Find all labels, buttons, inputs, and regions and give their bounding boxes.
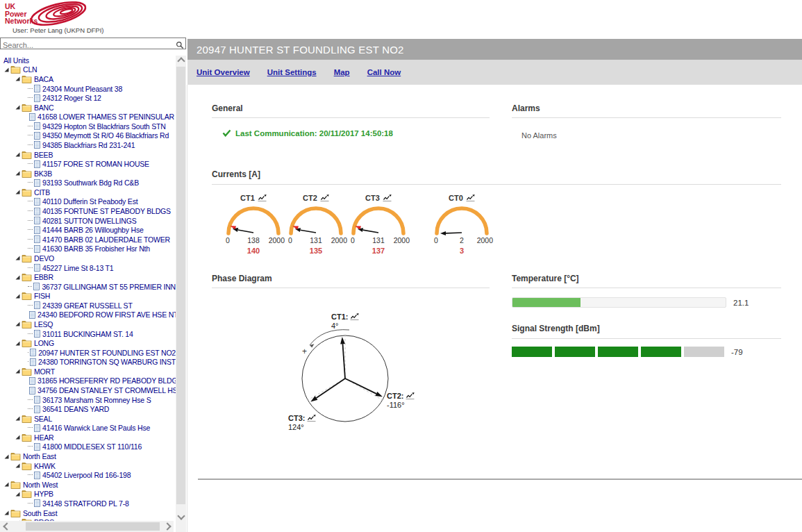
tree-expander-icon[interactable] [15, 171, 20, 176]
tree-node[interactable]: South East [0, 508, 176, 518]
tree-node[interactable]: North West [0, 480, 176, 490]
tree-node-unit[interactable]: 93193 Southwark Bdg Rd C&B [0, 178, 176, 188]
tree-node[interactable]: LONG [0, 338, 176, 348]
tree-node[interactable]: MORT [0, 367, 176, 376]
unit-document-icon [34, 217, 40, 224]
tree-node-unit[interactable]: 41157 FORE ST ROMAN HOUSE [0, 159, 176, 169]
trend-chart-icon[interactable] [320, 194, 329, 201]
scroll-down-button[interactable] [176, 510, 186, 521]
tree-node-label: South East [23, 509, 57, 517]
tab-unit-overview[interactable]: Unit Overview [197, 68, 250, 76]
tree-node[interactable]: EBBR [0, 272, 176, 282]
tree-expander-icon[interactable] [15, 463, 20, 468]
tree-node-unit[interactable]: 41470 BARB 02 LAUDERDALE TOWER [0, 235, 176, 244]
tree-node-unit[interactable]: 34148 STRATFORD PL 7-8 [0, 499, 176, 508]
tree-expander-icon[interactable] [15, 416, 20, 421]
tree-node[interactable]: HEAR [0, 433, 176, 442]
tree-expander-icon[interactable] [15, 492, 20, 497]
tree-node-unit[interactable]: 41630 BARB 35 Frobisher Hsr Nth [0, 244, 176, 254]
tree-expander-icon[interactable] [15, 190, 20, 194]
tree-node-unit[interactable]: 31865 HORSEFERRY RD PEABODY BLDGS [0, 376, 176, 386]
tree-node-unit[interactable]: 34756 DEAN STANLEY ST CROMWELL HSE [0, 385, 176, 395]
tree-node[interactable]: BEEB [0, 150, 176, 160]
folder-icon [22, 151, 32, 159]
tree-node-unit[interactable]: 31011 BUCKINGHAM ST. 14 [0, 329, 176, 339]
tree-node-unit[interactable]: 40281 SUTTON DWELLINGS [0, 216, 176, 226]
unit-tree: All UnitsCLNBACA24304 Mount Pleasant 382… [0, 56, 176, 521]
tree-expander-icon[interactable] [15, 76, 20, 81]
tree-expander-icon[interactable] [15, 275, 20, 280]
tree-node-unit[interactable]: 94350 Meymott St R/O 46 Blackfriars Rd [0, 131, 176, 141]
tree-node[interactable]: LESQ [0, 319, 176, 329]
tree-horizontal-scrollbar[interactable] [0, 521, 174, 532]
tree-node[interactable]: All Units [0, 56, 176, 65]
tree-node[interactable]: FISH [0, 291, 176, 301]
tree-expander-icon[interactable] [15, 105, 20, 110]
tree-expander-icon[interactable] [15, 294, 20, 299]
horizontal-scroll-thumb[interactable] [26, 522, 160, 531]
tree-node-unit[interactable]: 36737 GILLINGHAM ST 55 PREMIER INN [0, 282, 176, 292]
tree-vertical-scrollbar[interactable] [176, 56, 186, 521]
tree-node[interactable]: North East [0, 451, 176, 461]
tree-node[interactable]: HYPB [0, 490, 176, 499]
tree-node-unit[interactable]: 24304 Mount Pleasant 38 [0, 84, 176, 94]
trend-chart-icon[interactable] [350, 313, 359, 320]
tree-node-unit[interactable]: 24380 TORRINGTON SQ WARBURG INST [0, 358, 176, 367]
tree-node-unit[interactable]: 41658 LOWER THAMES ST PENINSULAR HSE [0, 112, 176, 122]
tree-node-unit[interactable]: 36541 DEANS YARD [0, 404, 176, 414]
tab-unit-settings[interactable]: Unit Settings [267, 68, 317, 76]
tree-expander-icon[interactable] [4, 454, 9, 459]
tree-node-unit[interactable]: 40135 FORTUNE ST PEABODY BLDGS [0, 206, 176, 216]
search-icon[interactable] [176, 40, 184, 52]
tree-node[interactable]: BK3B [0, 169, 176, 178]
tree-node-unit[interactable]: 36173 Marsham St Romney Hse S [0, 395, 176, 405]
tree-guide-line [28, 239, 33, 240]
tree-node-unit[interactable]: 24340 BEDFORD ROW FIRST AVE HSE NTH [0, 310, 176, 320]
phase-diagram-heading: Phase Diagram [212, 274, 272, 283]
tree-node-label: 24339 GREAT RUSSELL ST [42, 301, 133, 310]
tree-expander-icon[interactable] [15, 435, 20, 440]
tree-node[interactable]: SEAL [0, 414, 176, 424]
tree-guide-line [28, 220, 33, 222]
scroll-up-button[interactable] [176, 56, 186, 66]
trend-chart-icon[interactable] [383, 194, 392, 201]
tree-node-unit[interactable]: 20947 HUNTER ST FOUNDLING EST NO2 [0, 348, 176, 358]
folder-icon [22, 339, 32, 347]
tree-node-unit[interactable]: 94329 Hopton St Blackfriars South STN [0, 122, 176, 131]
tree-expander-icon[interactable] [15, 152, 20, 157]
tree-node-unit[interactable]: 24312 Roger St 12 [0, 93, 176, 103]
tree-expander-icon[interactable] [15, 341, 20, 346]
tree-node-unit[interactable]: 40110 Dufferin St Peabody Est [0, 197, 176, 207]
tree-expander-icon[interactable] [4, 67, 9, 72]
tree-node-unit[interactable]: 45402 Liverpool Rd 166-198 [0, 470, 176, 480]
tree-expander-icon[interactable] [15, 369, 20, 374]
tree-node-unit[interactable]: 41444 BARB 26 Willoughby Hse [0, 225, 176, 235]
tree-node-unit[interactable]: 41800 MIDDLESEX ST 110/116 [0, 442, 176, 452]
tree-node[interactable]: BANC [0, 103, 176, 113]
trend-chart-icon[interactable] [307, 415, 316, 422]
tree-node-unit[interactable]: 94385 Blackfriars Rd 231-241 [0, 140, 176, 150]
tree-expander-icon[interactable] [4, 482, 9, 487]
tree-expander-icon[interactable] [4, 510, 9, 515]
tree-node[interactable]: CLN [0, 65, 176, 75]
chevron-right-icon [163, 522, 171, 530]
tree-node[interactable]: BACA [0, 74, 176, 84]
tree-expander-icon[interactable] [15, 256, 20, 260]
tree-node-unit[interactable]: 45227 Lime St 8-13 T1 [0, 263, 176, 273]
tree-node-unit[interactable]: 41416 Warwick Lane St Pauls Hse [0, 424, 176, 433]
scroll-right-button[interactable] [162, 521, 172, 531]
tree-node[interactable]: KHWK [0, 461, 176, 471]
scroll-left-button[interactable] [1, 521, 12, 531]
trend-chart-icon[interactable] [258, 194, 267, 201]
tree-node-unit[interactable]: 24339 GREAT RUSSELL ST [0, 301, 176, 310]
tree-expander-icon[interactable] [15, 322, 20, 326]
tab-map[interactable]: Map [334, 68, 350, 76]
tree-node[interactable]: CITB [0, 188, 176, 197]
trend-chart-icon[interactable] [406, 392, 415, 399]
vertical-scroll-thumb[interactable] [176, 67, 185, 504]
trend-chart-icon[interactable] [466, 194, 475, 201]
tree-node[interactable]: DEVO [0, 253, 176, 263]
vector-name: CT1: [331, 313, 348, 321]
tab-call-now[interactable]: Call Now [367, 68, 401, 76]
search-input[interactable] [1, 40, 174, 50]
